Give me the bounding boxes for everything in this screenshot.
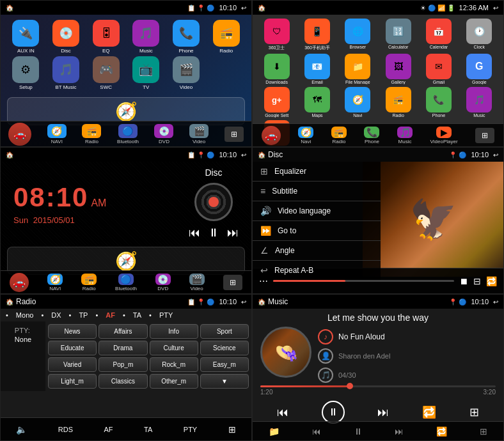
app-google-settings[interactable]: g+Google Sett: [258, 87, 295, 118]
pty-light[interactable]: Light_m: [48, 374, 97, 389]
app-browser[interactable]: 🌐Browser: [339, 19, 377, 51]
pty-affairs[interactable]: Affairs: [98, 324, 147, 339]
app-aux-in[interactable]: 🔌 AUX IN: [7, 20, 45, 54]
settings-icon[interactable]: ⊞: [228, 424, 236, 435]
pty-sport[interactable]: Sport: [200, 324, 249, 339]
nav-video-2[interactable]: ▶VideoPlayer: [430, 127, 458, 144]
play-icon-bottom[interactable]: ⏸: [354, 426, 363, 437]
app-file-manager[interactable]: 📁File Manage: [339, 54, 377, 84]
menu-angle[interactable]: ∠ Angle: [253, 241, 381, 261]
app-clock[interactable]: 🕐Clock: [461, 19, 498, 51]
grid-icon-bottom[interactable]: ⊞: [480, 426, 487, 437]
music-progress-dot[interactable]: [347, 383, 353, 389]
grid-button-2[interactable]: ⊞: [475, 128, 494, 143]
disc-chapters-btn[interactable]: ⊟: [473, 276, 481, 286]
app-radio-2[interactable]: 📻Radio: [379, 87, 417, 118]
disc-repeat-btn[interactable]: 🔁: [486, 276, 497, 286]
menu-subtitle[interactable]: ≡ Subtitle: [253, 182, 381, 201]
nav-bt-1[interactable]: 🔵 Bluetooth: [117, 124, 139, 144]
disc-prev-button[interactable]: ⏮: [189, 226, 200, 240]
app-calculator[interactable]: 🔢Calculator: [379, 19, 417, 51]
app-swc[interactable]: 🎮 SWC: [87, 56, 125, 90]
car-button-2[interactable]: 🚗: [262, 126, 281, 145]
music-repeat-button[interactable]: 🔁: [422, 405, 436, 419]
pty-pop[interactable]: Pop_m: [98, 357, 147, 372]
menu-goto[interactable]: ⏩ Go to: [253, 221, 381, 241]
nav-bt-3[interactable]: 🔵Bluetooth: [115, 274, 137, 291]
app-eq[interactable]: 🎛 EQ: [87, 20, 125, 54]
pty-culture[interactable]: Culture: [150, 341, 198, 355]
app-music-2[interactable]: 🎵Music: [461, 87, 498, 118]
disc-play-button[interactable]: ⏸: [208, 226, 219, 240]
pty-rock[interactable]: Rock_m: [150, 357, 198, 372]
nav-navi-3[interactable]: 🧭NAVI: [47, 274, 63, 291]
car-button-3[interactable]: 🚗: [10, 273, 29, 292]
ta-label[interactable]: TA: [144, 426, 152, 433]
grid-button-3[interactable]: ⊞: [223, 275, 242, 290]
app-disc[interactable]: 💿 Disc: [47, 20, 85, 54]
disc-next-button[interactable]: ⏭: [227, 226, 239, 240]
pty-news[interactable]: News: [48, 324, 97, 339]
eq-icon: 🎛: [93, 20, 120, 47]
home-icon-1: 🏠: [6, 4, 13, 12]
menu-video-language[interactable]: 🔊 Video language: [253, 201, 381, 221]
pty-easy[interactable]: Easy_m: [200, 357, 249, 372]
pty-varied[interactable]: Varied: [48, 357, 97, 372]
disc-title-label: Disc: [205, 167, 222, 178]
next-icon-bottom[interactable]: ⏭: [395, 426, 404, 437]
disc-stop-btn[interactable]: ⏹: [459, 276, 468, 286]
app-360ws[interactable]: 🛡360卫士: [258, 19, 295, 51]
nav-radio-1[interactable]: 📻 Radio: [82, 124, 101, 144]
pty-science[interactable]: Science: [200, 341, 249, 355]
app-phone-2[interactable]: 📞Phone: [420, 87, 457, 118]
home-icon-5: 🏠: [6, 298, 13, 306]
pty-drama[interactable]: Drama: [98, 341, 147, 355]
nav-dvd-1[interactable]: 💿 DVD: [154, 124, 173, 144]
car-button-1[interactable]: 🚗: [8, 123, 31, 146]
app-gmail[interactable]: ✉Gmail: [420, 54, 457, 84]
app-setup[interactable]: ⚙ Setup: [7, 56, 45, 90]
rds-label[interactable]: RDS: [58, 426, 73, 433]
music-next-button[interactable]: ⏭: [377, 406, 389, 419]
repeat-icon-bottom[interactable]: 🔁: [436, 426, 447, 437]
pty-other[interactable]: Other_m: [150, 374, 198, 389]
music-prev-button[interactable]: ⏮: [277, 406, 288, 419]
app-phone[interactable]: 📞 Phone: [168, 20, 205, 54]
pty-scroll-down[interactable]: ▼: [200, 374, 249, 389]
app-navi-2[interactable]: 🧭Navi: [339, 87, 377, 118]
app-360sj[interactable]: 📱360手机助手: [298, 19, 336, 51]
nav-navi-2[interactable]: 🧭Navi: [298, 127, 313, 144]
nav-music-2[interactable]: 🎵Music: [397, 127, 413, 144]
app-calendar[interactable]: 📅Calendar: [420, 19, 457, 51]
app-google[interactable]: GGoogle: [461, 54, 498, 84]
menu-equalizer[interactable]: ⊞ Equalizer: [253, 162, 381, 182]
app-tv[interactable]: 📺 TV: [127, 56, 165, 90]
app-maps[interactable]: 🗺Maps: [298, 87, 336, 118]
app-downloads[interactable]: ⬇Downloads: [258, 54, 295, 84]
pty-bottom-label[interactable]: PTY: [184, 426, 197, 433]
music-play-button[interactable]: ⏸: [322, 401, 345, 424]
app-music[interactable]: 🎵 Music: [127, 20, 165, 54]
nav-phone-2[interactable]: 📞Phone: [364, 127, 379, 144]
nav-video-1[interactable]: 🎬 Video: [189, 124, 209, 144]
nav-navi-1[interactable]: 🧭 NAVI: [47, 124, 67, 144]
disc-label: Disc: [61, 48, 71, 54]
nav-radio-3[interactable]: 📻Radio: [81, 274, 97, 291]
pty-classics[interactable]: Classics: [98, 374, 147, 389]
app-video[interactable]: 🎬 Video: [168, 56, 205, 90]
app-gallery[interactable]: 🖼Gallery: [379, 54, 417, 84]
pty-educate[interactable]: Educate: [48, 341, 97, 355]
pty-info[interactable]: Info: [150, 324, 198, 339]
app-radio[interactable]: 📻 Radio: [207, 20, 245, 54]
af-label[interactable]: AF: [104, 426, 113, 433]
menu-repeat-ab[interactable]: ↩ Repeat A-B: [253, 261, 381, 280]
nav-dvd-3[interactable]: 💿DVD: [155, 274, 171, 291]
app-bt-music[interactable]: 🎵 BT Music: [47, 56, 85, 90]
app-email[interactable]: 📧Email: [298, 54, 336, 84]
prev-icon-bottom[interactable]: ⏮: [312, 426, 321, 437]
nav-radio-2[interactable]: 📻Radio: [331, 127, 347, 144]
grid-button-1[interactable]: ⊞: [224, 127, 244, 142]
folder-icon[interactable]: 📁: [269, 426, 280, 437]
music-settings-button[interactable]: ⊞: [469, 405, 479, 419]
nav-video-3[interactable]: 🎬Video: [189, 274, 205, 291]
